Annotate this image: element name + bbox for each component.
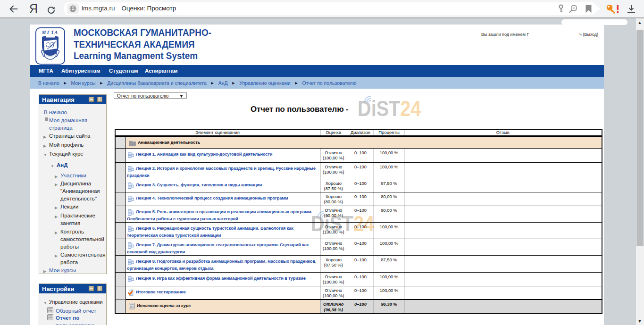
- svg-text:МГТА: МГТА: [42, 30, 59, 35]
